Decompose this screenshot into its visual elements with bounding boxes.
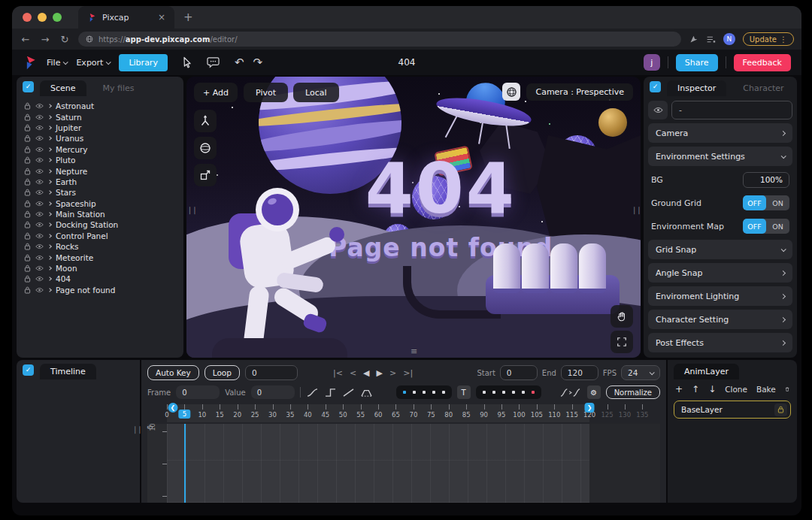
lock-icon[interactable]: [24, 124, 31, 132]
export-menu[interactable]: Export: [76, 58, 110, 68]
toggle-on[interactable]: ON: [766, 195, 789, 210]
end-frame-input[interactable]: 120: [561, 365, 598, 380]
scene-item[interactable]: Nepture: [24, 165, 183, 176]
redo-icon[interactable]: ↷: [253, 56, 262, 69]
expand-chevron-icon[interactable]: [47, 223, 52, 228]
eye-icon[interactable]: [35, 157, 44, 163]
eye-icon[interactable]: [35, 276, 44, 282]
close-window-button[interactable]: [23, 13, 32, 22]
expand-chevron-icon[interactable]: [47, 125, 52, 130]
user-avatar[interactable]: j: [644, 54, 660, 71]
select-cursor-icon[interactable]: [181, 56, 193, 68]
pan-tool-button[interactable]: [611, 305, 633, 328]
scene-item[interactable]: Main Station: [24, 209, 183, 219]
lock-icon[interactable]: [24, 178, 31, 186]
goto-start-icon[interactable]: |<: [333, 368, 343, 378]
keyframe-dot[interactable]: [483, 391, 486, 394]
visibility-eye-button[interactable]: [648, 101, 668, 119]
bg-opacity-input[interactable]: 100%: [743, 172, 789, 188]
expand-chevron-icon[interactable]: [47, 115, 52, 119]
lock-icon[interactable]: [24, 232, 31, 240]
keyframe-dot[interactable]: [423, 391, 426, 394]
move-layer-up-icon[interactable]: ↑: [692, 384, 699, 395]
gear-icon[interactable]: ⚙: [587, 385, 601, 399]
url-bar[interactable]: https://app-dev.pixcap.com/editor/: [78, 32, 681, 47]
file-menu[interactable]: File: [47, 58, 67, 68]
lock-icon[interactable]: [24, 113, 31, 121]
scene-item[interactable]: Moon: [24, 263, 183, 274]
normalize-button[interactable]: Normalize: [606, 385, 660, 399]
camera-section[interactable]: Camera: [648, 123, 792, 143]
linear-curve-button[interactable]: [342, 388, 355, 398]
timeline-checkbox[interactable]: ✓: [23, 364, 34, 376]
lock-icon[interactable]: [24, 168, 31, 175]
environment-map-toggle[interactable]: OFF ON: [743, 219, 789, 234]
comment-icon[interactable]: [207, 56, 220, 68]
tab-my-files[interactable]: My files: [92, 80, 145, 96]
browser-tab[interactable]: Pixcap ×: [78, 6, 174, 29]
minimize-window-button[interactable]: [38, 13, 47, 22]
clone-layer-button[interactable]: Clone: [725, 385, 747, 394]
tab-animlayer[interactable]: AnimLayer: [674, 364, 739, 379]
layer-name-input[interactable]: BaseLayer: [674, 401, 791, 419]
undo-icon[interactable]: ↶: [235, 56, 244, 69]
keyframe-dot[interactable]: [403, 391, 406, 394]
back-icon[interactable]: ←: [20, 34, 32, 45]
expand-chevron-icon[interactable]: [47, 190, 52, 195]
expand-chevron-icon[interactable]: [47, 277, 52, 282]
keyframe-dot[interactable]: [512, 391, 515, 394]
t-button[interactable]: T: [457, 385, 471, 399]
eye-icon[interactable]: [35, 103, 44, 109]
eye-icon[interactable]: [35, 114, 44, 120]
keyframe-dot[interactable]: [442, 391, 445, 394]
loop-button[interactable]: Loop: [205, 365, 240, 380]
character-setting-section[interactable]: Character Setting: [648, 310, 792, 329]
tab-scene[interactable]: Scene: [40, 80, 86, 96]
inspector-target-input[interactable]: -: [671, 101, 792, 119]
keyframe-dot[interactable]: [532, 391, 535, 394]
scene-item[interactable]: Spaceship: [24, 198, 183, 209]
expand-chevron-icon[interactable]: [47, 244, 52, 249]
lock-icon[interactable]: [24, 265, 31, 272]
lock-icon[interactable]: [24, 156, 31, 164]
scene-item[interactable]: Docking Station: [24, 219, 183, 230]
lock-icon[interactable]: [24, 243, 31, 250]
scene-item[interactable]: Uranus: [24, 133, 183, 144]
enviroment-lighting-section[interactable]: Enviroment Lighting: [648, 286, 792, 306]
pixcap-logo[interactable]: [23, 55, 38, 70]
scale-tool-button[interactable]: [194, 164, 217, 186]
eye-icon[interactable]: [35, 287, 44, 293]
scene-panel-checkbox[interactable]: ✓: [23, 81, 34, 92]
extension-icon[interactable]: [689, 35, 698, 44]
goto-end-icon[interactable]: >|: [403, 368, 413, 378]
browser-profile-badge[interactable]: N: [723, 33, 735, 45]
lock-icon[interactable]: [24, 254, 31, 262]
lock-icon[interactable]: [24, 146, 31, 153]
keyframe-dot[interactable]: [492, 391, 495, 394]
scene-item[interactable]: 404: [24, 274, 183, 284]
auto-key-button[interactable]: Auto Key: [147, 365, 199, 380]
camera-mode-badge[interactable]: Camera : Prespective: [526, 83, 633, 101]
eye-icon[interactable]: [35, 135, 44, 141]
loop-end-marker[interactable]: ❯: [585, 403, 595, 413]
expand-chevron-icon[interactable]: [47, 104, 52, 108]
expand-chevron-icon[interactable]: [47, 137, 52, 141]
eye-icon[interactable]: [35, 222, 44, 228]
expand-chevron-icon[interactable]: [47, 201, 52, 206]
step-forward-icon[interactable]: >: [389, 368, 396, 378]
reload-icon[interactable]: ↻: [59, 34, 71, 45]
tab-close-icon[interactable]: ×: [158, 12, 165, 23]
lock-icon[interactable]: [24, 221, 31, 228]
value-input[interactable]: 0: [251, 385, 295, 399]
playhead-line[interactable]: [184, 424, 186, 503]
scene-item[interactable]: Meteorite: [24, 252, 183, 262]
expand-chevron-icon[interactable]: [47, 158, 52, 162]
viewport-resize-grip[interactable]: ≡: [411, 346, 417, 356]
lock-icon[interactable]: [24, 286, 31, 294]
lock-icon[interactable]: [24, 200, 31, 207]
expand-chevron-icon[interactable]: [47, 169, 52, 174]
eye-icon[interactable]: [35, 201, 44, 207]
keyframe-dots-left[interactable]: [396, 385, 452, 399]
toggle-off[interactable]: OFF: [743, 195, 766, 210]
scene-item[interactable]: Pluto: [24, 155, 183, 165]
